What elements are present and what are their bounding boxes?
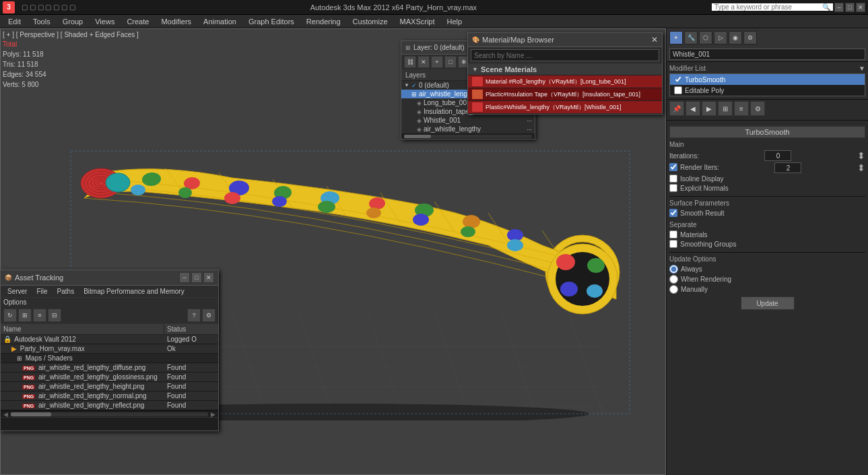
at-row[interactable]: PNG air_whistle_red_lengthy_diffuse.png … bbox=[1, 363, 218, 373]
tab-create[interactable]: ✦ bbox=[669, 31, 683, 44]
at-menu-paths[interactable]: Paths bbox=[53, 287, 79, 296]
ts-render-iters-checkbox[interactable] bbox=[669, 163, 677, 171]
close-window-button[interactable]: ✕ bbox=[856, 3, 865, 12]
menu-maxscript[interactable]: MAXScript bbox=[395, 16, 440, 27]
ts-when-rendering-label: When Rendering bbox=[681, 276, 731, 283]
tab-utilities[interactable]: ⚙ bbox=[743, 31, 757, 44]
at-row[interactable]: PNG air_whistle_red_lengthy_height.png F… bbox=[1, 382, 218, 391]
at-row[interactable]: 🔒 Autodesk Vault 2012 Logged O bbox=[1, 335, 218, 344]
mat-browser-close-button[interactable]: ✕ bbox=[651, 35, 658, 44]
ts-manually-radio[interactable] bbox=[669, 285, 678, 294]
at-row[interactable]: PNG air_whistle_red_lengthy_glossiness.p… bbox=[1, 373, 218, 382]
global-search-input[interactable] bbox=[714, 3, 822, 11]
layer-tool-select[interactable]: □ bbox=[444, 56, 457, 68]
menu-customize[interactable]: Customize bbox=[347, 16, 393, 27]
ts-always-radio[interactable] bbox=[669, 265, 678, 274]
turbosmooth-enable-checkbox[interactable] bbox=[674, 75, 682, 84]
at-minimize-button[interactable]: – bbox=[179, 272, 190, 283]
menu-create[interactable]: Create bbox=[121, 16, 154, 27]
at-scroll-left-arrow[interactable]: ◀ bbox=[3, 411, 8, 418]
ts-iterations-spinner[interactable]: ⬍ bbox=[857, 150, 865, 161]
at-tool-details[interactable]: ⊟ bbox=[48, 309, 61, 322]
at-scroll-right-arrow[interactable]: ▶ bbox=[211, 411, 215, 418]
menu-group[interactable]: Group bbox=[57, 16, 89, 27]
right-panel-tabs[interactable]: ✦ 🔧 ⬡ ▷ ◉ ⚙ bbox=[667, 28, 868, 47]
ts-iterations-input[interactable] bbox=[764, 150, 791, 161]
modifier-editable-poly[interactable]: Editable Poly bbox=[670, 85, 865, 96]
at-close-button[interactable]: ✕ bbox=[203, 272, 214, 283]
mat-item[interactable]: Material #Roll_lengthy（VRayMtl）[Long_tub… bbox=[468, 75, 662, 88]
object-name-input[interactable]: Whistle_001 bbox=[669, 49, 865, 60]
search-bar-area[interactable]: 🔍 bbox=[712, 3, 833, 11]
ts-smooth-result-checkbox[interactable] bbox=[669, 209, 677, 217]
nav-layers-icon[interactable]: ≡ bbox=[734, 101, 749, 116]
ts-smoothing-groups-checkbox[interactable] bbox=[669, 240, 677, 248]
at-horizontal-scrollbar[interactable]: ◀ ▶ bbox=[1, 410, 218, 417]
minimize-button[interactable]: – bbox=[834, 3, 844, 12]
ts-isoline-checkbox[interactable] bbox=[669, 175, 677, 183]
at-maximize-button[interactable]: □ bbox=[191, 272, 202, 283]
ts-explicit-normals-checkbox[interactable] bbox=[669, 184, 677, 192]
menu-views[interactable]: Views bbox=[90, 16, 120, 27]
at-row[interactable]: PNG air_whistle_red_lengthy_normal.png F… bbox=[1, 391, 218, 401]
menu-help[interactable]: Help bbox=[442, 16, 468, 27]
ts-render-iters-input[interactable] bbox=[774, 162, 801, 173]
at-tool-list[interactable]: ≡ bbox=[33, 309, 46, 322]
nav-arrow-left[interactable]: ◀ bbox=[686, 101, 700, 116]
ts-when-rendering-radio[interactable] bbox=[669, 275, 678, 284]
at-tool-refresh[interactable]: ↻ bbox=[3, 309, 17, 322]
maximize-button[interactable]: □ bbox=[845, 3, 855, 12]
tab-modify[interactable]: 🔧 bbox=[684, 31, 698, 44]
at-col-status-header: Status bbox=[164, 324, 218, 334]
menu-edit[interactable]: Edit bbox=[3, 16, 26, 27]
mat-browser-header[interactable]: 🎨 Material/Map Browser ✕ bbox=[468, 33, 662, 47]
window-controls[interactable]: 🔍 – □ ✕ bbox=[712, 3, 865, 12]
at-tool-help[interactable]: ? bbox=[187, 309, 201, 322]
at-table-body[interactable]: 🔒 Autodesk Vault 2012 Logged O ▶ Party_H… bbox=[1, 335, 218, 410]
menu-modifiers[interactable]: Modifiers bbox=[156, 16, 197, 27]
at-window-controls[interactable]: – □ ✕ bbox=[179, 272, 214, 283]
ts-render-spinner[interactable]: ⬍ bbox=[857, 162, 865, 173]
layer-item[interactable]: ◈ Whistle_001 ··· bbox=[401, 116, 535, 125]
at-tool-settings[interactable]: ⚙ bbox=[202, 309, 215, 322]
nav-pin-icon[interactable]: 📌 bbox=[669, 101, 684, 116]
editable-poly-enable-checkbox[interactable] bbox=[674, 86, 682, 94]
layer-tool-add[interactable]: + bbox=[431, 56, 443, 68]
layer-item[interactable]: ◈ air_whistle_lengthy ··· bbox=[401, 125, 535, 133]
nav-grid-icon[interactable]: ⊞ bbox=[718, 101, 733, 116]
at-menu-options[interactable]: Options bbox=[3, 298, 26, 306]
at-row[interactable]: ⊞ Maps / Shaders bbox=[1, 354, 218, 363]
svg-point-39 bbox=[507, 239, 523, 251]
mat-item[interactable]: Plastic#Whistle_lengthy（VRayMtl）[Whistle… bbox=[468, 101, 662, 114]
at-menu-file[interactable]: File bbox=[32, 287, 51, 296]
at-scroll-thumb[interactable] bbox=[11, 412, 51, 416]
menu-rendering[interactable]: Rendering bbox=[301, 16, 346, 27]
viewport-label: [ + ] [ Perspective ] [ Shaded + Edged F… bbox=[3, 31, 139, 38]
layer-tool-delete[interactable]: ✕ bbox=[418, 56, 430, 68]
modifier-list-dropdown-arrow[interactable]: ▼ bbox=[859, 65, 865, 72]
menu-graph-editors[interactable]: Graph Editors bbox=[243, 16, 300, 27]
modifier-list: TurboSmooth Editable Poly bbox=[669, 73, 865, 96]
tab-hierarchy[interactable]: ⬡ bbox=[699, 31, 712, 44]
at-row[interactable]: ▶ Party_Horn_vray.max Ok bbox=[1, 344, 218, 354]
scene-materials-header[interactable]: ▼ Scene Materials bbox=[468, 64, 662, 75]
at-menu-bitmap-perf[interactable]: Bitmap Performance and Memory bbox=[79, 287, 189, 296]
layer-scroll-bar[interactable] bbox=[401, 133, 535, 139]
modifier-turbosmooth[interactable]: TurboSmooth bbox=[670, 74, 865, 85]
menu-animation[interactable]: Animation bbox=[198, 16, 242, 27]
layer-tool-unlink[interactable]: ⛓ bbox=[404, 56, 416, 68]
mat-search-input[interactable] bbox=[471, 49, 659, 61]
at-header[interactable]: 📦 Asset Tracking – □ ✕ bbox=[1, 270, 218, 286]
tab-display[interactable]: ◉ bbox=[729, 31, 742, 44]
at-menu-server[interactable]: Server bbox=[3, 287, 31, 296]
nav-arrow-right[interactable]: ▶ bbox=[702, 101, 716, 116]
menu-tools[interactable]: Tools bbox=[28, 16, 56, 27]
at-path-input[interactable] bbox=[1, 417, 218, 431]
ts-materials-checkbox[interactable] bbox=[669, 230, 677, 239]
at-row[interactable]: PNG air_whistle_red_lengthy_reflect.png … bbox=[1, 401, 218, 410]
nav-settings-icon[interactable]: ⚙ bbox=[750, 101, 765, 116]
tab-motion[interactable]: ▷ bbox=[714, 31, 727, 44]
mat-item[interactable]: Plactic#Insulation Tape（VRayMtl）[Insulat… bbox=[468, 88, 662, 101]
update-button[interactable]: Update bbox=[741, 296, 795, 310]
at-tool-grid[interactable]: ⊞ bbox=[18, 309, 32, 322]
